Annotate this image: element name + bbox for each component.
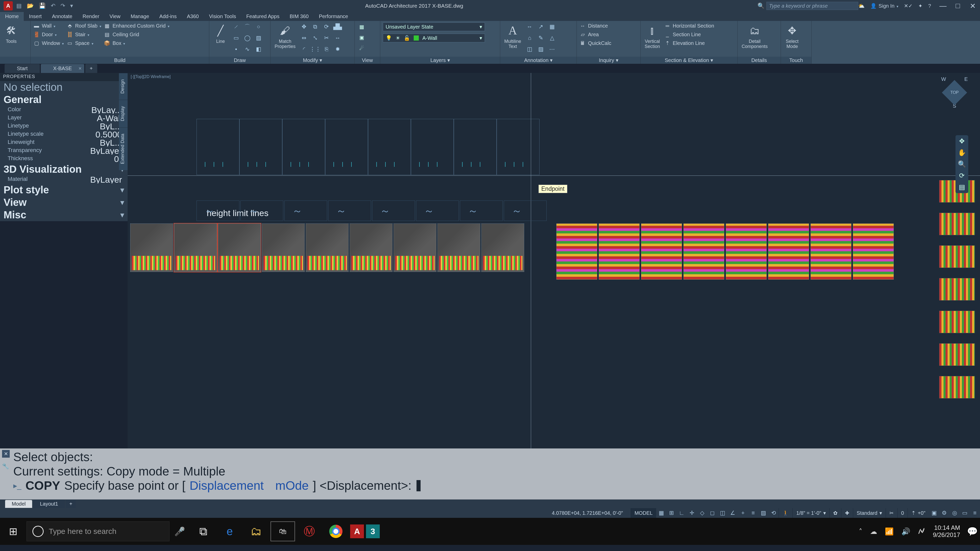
- offset-icon[interactable]: ⎘: [322, 45, 331, 54]
- window-button[interactable]: ▢Window: [33, 40, 64, 46]
- viewcube[interactable]: N WE TOP S: [939, 81, 970, 127]
- doc-tab-new[interactable]: +: [85, 64, 97, 73]
- store-icon[interactable]: 🛍: [270, 521, 295, 541]
- dim-icon[interactable]: ↔: [525, 22, 534, 31]
- roofslab-button[interactable]: ⬘Roof Slab: [66, 22, 101, 29]
- command-option-displacement[interactable]: Displacement: [189, 478, 264, 493]
- save-icon[interactable]: 💾: [39, 3, 46, 9]
- selectmode-button[interactable]: ✥Select Mode: [783, 22, 801, 50]
- keynote-icon[interactable]: ✎: [536, 34, 545, 42]
- infocenter-search[interactable]: Type a keyword or phrase: [767, 2, 858, 10]
- prop-linetype[interactable]: LinetypeByL...: [0, 122, 127, 130]
- currentlayer-dropdown[interactable]: 💡 ☀ 🔓 A-Wall ▾: [383, 34, 485, 42]
- command-close-icon[interactable]: ✕: [2, 450, 10, 457]
- chevron-down-icon[interactable]: [123, 40, 125, 46]
- field-icon[interactable]: ◫: [525, 45, 534, 54]
- prop-thickness[interactable]: Thickness0": [0, 155, 127, 163]
- steering-icon[interactable]: ✥: [959, 137, 965, 145]
- viewcube-e[interactable]: E: [964, 76, 968, 82]
- hardwareaccel-icon[interactable]: ⚙: [939, 510, 950, 516]
- annovis-icon[interactable]: ✚: [841, 508, 853, 518]
- tray-overflow-icon[interactable]: ˄: [859, 527, 862, 536]
- tray-wifi-icon[interactable]: 📶: [885, 527, 894, 536]
- hsection-button[interactable]: ═Horizontal Section: [664, 22, 714, 29]
- wipeout-icon[interactable]: ▨: [536, 45, 545, 54]
- tab-view[interactable]: View: [104, 12, 126, 21]
- group-view[interactable]: View▾: [0, 196, 127, 209]
- side-tab-display[interactable]: Display: [119, 100, 127, 127]
- tag-icon[interactable]: ⌂: [525, 34, 534, 42]
- door-button[interactable]: 🚪Door: [33, 31, 64, 38]
- stretch-icon[interactable]: ⇔: [300, 34, 308, 42]
- gear-icon[interactable]: ✿: [829, 508, 841, 518]
- polar-toggle-icon[interactable]: ✛: [687, 510, 697, 516]
- viewcube-w[interactable]: W: [941, 76, 946, 82]
- viewport-corner-label[interactable]: [-][Top][2D Wireframe]: [130, 75, 170, 79]
- area-button[interactable]: ▱Area: [579, 31, 611, 38]
- orbit-icon[interactable]: ⟳: [959, 171, 965, 179]
- panel-draw-label[interactable]: Draw: [209, 57, 270, 64]
- customgrid-button[interactable]: ▦Enhanced Custom Grid: [104, 22, 169, 29]
- tab-home[interactable]: Home: [0, 12, 24, 21]
- app-badge[interactable]: A: [3, 1, 13, 11]
- region-icon[interactable]: ◧: [254, 45, 263, 54]
- prop-ltscale[interactable]: Linetype scale0.5000: [0, 130, 127, 138]
- navigate-icon[interactable]: ☄: [357, 44, 366, 52]
- matchprops-button[interactable]: 🖌Match Properties: [273, 22, 297, 50]
- chevron-down-icon[interactable]: [55, 32, 57, 38]
- detailcomp-button[interactable]: 🗂Detail Components: [740, 22, 769, 50]
- chevron-down-icon[interactable]: [100, 23, 101, 29]
- action-center-icon[interactable]: 💬: [965, 524, 980, 539]
- panel-details-label[interactable]: Details: [738, 57, 781, 64]
- taskbar-search[interactable]: Type here to search: [27, 521, 169, 541]
- showmotion-icon[interactable]: ▤: [959, 183, 965, 191]
- group-general[interactable]: General▾: [0, 94, 127, 106]
- grid-toggle-icon[interactable]: ▦: [656, 510, 667, 516]
- side-tab-design[interactable]: Design: [119, 73, 127, 100]
- qat-dropdown-icon[interactable]: ▾: [70, 3, 73, 9]
- group-3dviz[interactable]: 3D Visualization▾: [0, 163, 127, 176]
- chevron-down-icon[interactable]: [54, 23, 56, 29]
- osnap-toggle-icon[interactable]: ◻: [707, 510, 718, 516]
- drawing-viewport[interactable]: [-][Top][2D Wireframe] Endpoint height l…: [127, 73, 980, 448]
- tab-insert[interactable]: Insert: [24, 12, 47, 21]
- snap-toggle-icon[interactable]: ⊞: [667, 510, 676, 516]
- prop-transparency[interactable]: TransparencyByLayer: [0, 147, 127, 155]
- anno-more-icon[interactable]: ⋯: [548, 45, 556, 54]
- copy-icon[interactable]: ⧉: [311, 22, 320, 31]
- layout-tab-layout1[interactable]: Layout1: [33, 500, 65, 508]
- start-button[interactable]: ⊞: [0, 526, 27, 537]
- autocad-taskbar-icon[interactable]: A: [350, 524, 364, 538]
- maximize-button[interactable]: □: [950, 0, 965, 12]
- group-plot[interactable]: Plot style▾: [0, 184, 127, 196]
- walk-icon[interactable]: 🚶: [779, 508, 792, 518]
- elevationline-button[interactable]: ⇡Elevation Line: [664, 40, 714, 46]
- hatch-icon[interactable]: ▨: [254, 34, 263, 42]
- lineweight-toggle-icon[interactable]: ≡: [748, 510, 758, 516]
- coordinate-readout[interactable]: 4.0780E+04, 1.7216E+04, 0'-0": [552, 510, 623, 516]
- tab-performance[interactable]: Performance: [313, 12, 353, 21]
- tab-annotate[interactable]: Annotate: [47, 12, 77, 21]
- a360-icon[interactable]: ⛅: [858, 3, 865, 9]
- explode-icon[interactable]: ✸: [333, 45, 342, 54]
- angle-readout[interactable]: 0: [897, 508, 907, 518]
- tab-addins[interactable]: Add-ins: [154, 12, 182, 21]
- panel-touch-label[interactable]: Touch: [781, 57, 811, 64]
- selection-header[interactable]: No selection: [0, 81, 127, 94]
- group-misc[interactable]: Misc▾: [0, 209, 127, 221]
- leader-icon[interactable]: ↗: [536, 22, 545, 31]
- space-toggle[interactable]: MODEL: [631, 508, 656, 518]
- tray-battery-icon[interactable]: 🗲: [918, 527, 925, 536]
- open-icon[interactable]: 📂: [27, 3, 34, 9]
- annoscale-dropdown[interactable]: 1/8" = 1'-0" ▾: [792, 508, 829, 518]
- scale-icon[interactable]: ⤡: [311, 34, 320, 42]
- panel-inquiry-label[interactable]: Inquiry ▾: [577, 57, 640, 64]
- cycling-toggle-icon[interactable]: ⟲: [768, 510, 779, 516]
- table-icon[interactable]: ▦: [548, 22, 556, 31]
- spline-icon[interactable]: ∿: [243, 45, 251, 54]
- zoom-icon[interactable]: 🔍: [958, 160, 966, 168]
- tab-vision-tools[interactable]: Vision Tools: [204, 12, 241, 21]
- tab-render[interactable]: Render: [77, 12, 104, 21]
- pan-icon[interactable]: ✋: [958, 149, 966, 157]
- box-button[interactable]: 📦Box: [104, 40, 169, 46]
